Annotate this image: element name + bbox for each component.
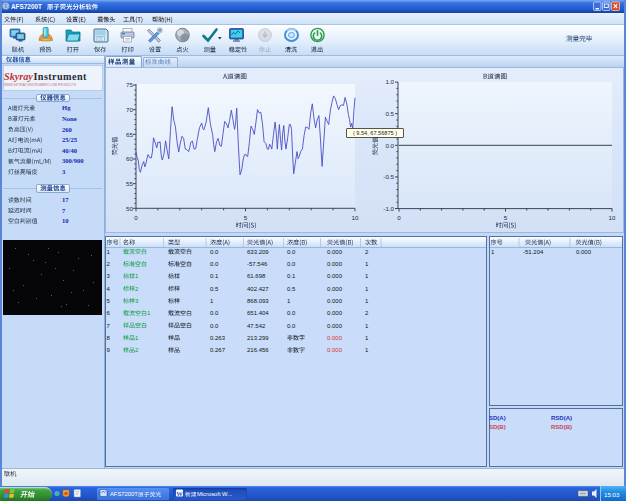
svg-text:W: W <box>176 490 183 497</box>
